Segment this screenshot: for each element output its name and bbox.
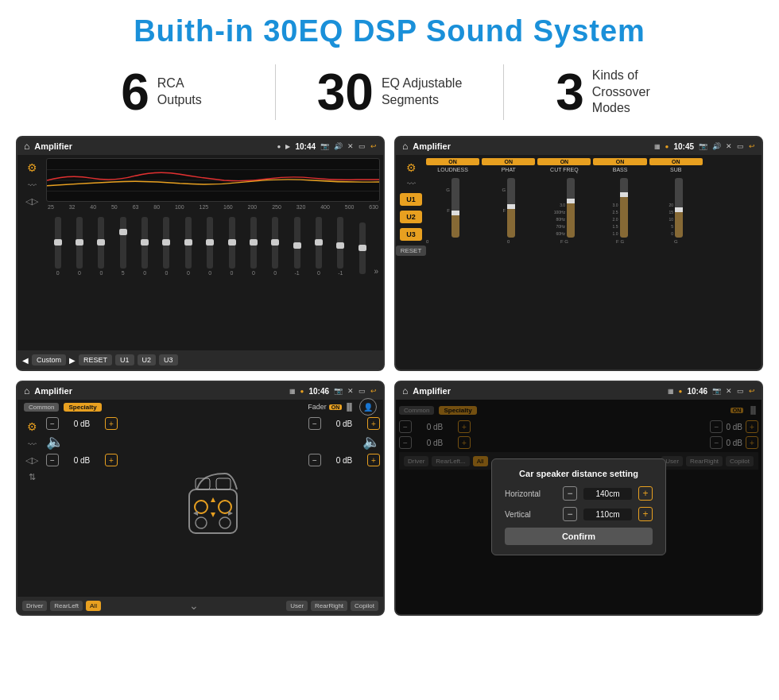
all-btn[interactable]: All <box>86 601 101 611</box>
back-icon-3[interactable]: ↩ <box>370 387 377 395</box>
stat-eq: 30 EQ AdjustableSegments <box>276 67 503 118</box>
svg-marker-11 <box>211 512 215 517</box>
freq-160: 160 <box>223 204 233 210</box>
home-icon-1[interactable]: ⌂ <box>24 141 29 152</box>
back-icon-2[interactable]: ↩ <box>749 142 755 150</box>
eq-tuner-icon[interactable]: ⚙ <box>27 161 37 174</box>
eq-slider-14[interactable]: -1 <box>331 217 351 276</box>
horizontal-minus-btn[interactable]: − <box>563 486 577 501</box>
bass-slider[interactable] <box>620 178 628 238</box>
driver-btn[interactable]: Driver <box>22 601 47 611</box>
eq-next-btn[interactable]: ▶ <box>69 356 76 365</box>
fader-minus-1[interactable]: − <box>46 417 59 430</box>
arrow-right-icon[interactable]: » <box>374 267 378 276</box>
amp-left-panel: ⚙ 〰 U1 U2 U3 RESET <box>399 158 423 366</box>
screens-grid: ⌂ Amplifier ● ▶ 10:44 📷 🔊 ✕ ▭ ↩ ⚙ 〰 ◁▷ <box>0 131 779 624</box>
sub-on-btn[interactable]: ON <box>649 158 703 165</box>
freq-125: 125 <box>199 204 208 210</box>
eq-main: 25 32 40 50 63 80 100 125 160 200 250 32… <box>46 158 380 347</box>
fader-content: ⚙ 〰 ◁▷ ⇅ − 0 dB + 🔈 <box>17 414 383 597</box>
eq-slider-3[interactable]: 0 <box>91 217 111 276</box>
fader-on-badge: ON <box>329 404 343 410</box>
phat-slider[interactable] <box>507 178 515 238</box>
eq-reset-btn[interactable]: RESET <box>79 354 112 365</box>
home-icon-4[interactable]: ⌂ <box>402 385 408 396</box>
eq-slider-8[interactable]: 0 <box>200 217 220 276</box>
fader-speaker-icon-row-2: 🔈 <box>308 433 380 451</box>
rearleft-btn[interactable]: RearLeft <box>50 601 83 611</box>
fader-arrows-icon[interactable]: ⇅ <box>29 472 36 482</box>
fader-plus-4[interactable]: + <box>367 454 380 466</box>
fader-plus-3[interactable]: + <box>367 417 380 430</box>
fader-tune-icon[interactable]: ⚙ <box>27 420 37 433</box>
eq-slider-12[interactable]: -1 <box>287 217 307 276</box>
eq-slider-4[interactable]: 5 <box>113 217 133 276</box>
amp-reset-btn[interactable]: RESET <box>396 246 427 256</box>
confirm-button[interactable]: Confirm <box>505 528 653 545</box>
eq-slider-9[interactable]: 0 <box>222 217 242 276</box>
fader-common-tab[interactable]: Common <box>24 403 59 412</box>
eq-scroll-arrows[interactable]: » <box>374 267 378 276</box>
sub-slider[interactable] <box>675 178 683 238</box>
close-icon-1: ✕ <box>347 142 354 150</box>
eq-u3-btn[interactable]: U3 <box>159 354 178 365</box>
home-icon-3[interactable]: ⌂ <box>24 385 29 396</box>
user-btn[interactable]: User <box>286 601 308 611</box>
cutfreq-slider[interactable] <box>567 178 575 238</box>
dot-icon-3: ● <box>300 388 304 395</box>
amp-u2-btn[interactable]: U2 <box>400 211 422 223</box>
down-chevron-icon[interactable]: ⌄ <box>189 599 199 612</box>
eq-sliders: 0 0 0 5 <box>46 212 380 276</box>
fader-minus-4[interactable]: − <box>308 454 321 466</box>
phat-on-btn[interactable]: ON <box>482 158 535 165</box>
home-icon-2[interactable]: ⌂ <box>402 141 408 152</box>
eq-prev-btn[interactable]: ◀ <box>22 356 29 365</box>
freq-50: 50 <box>111 204 118 210</box>
user-icon[interactable]: 👤 <box>359 398 377 416</box>
eq-slider-13[interactable]: 0 <box>308 217 328 276</box>
fader-plus-1[interactable]: + <box>105 417 118 430</box>
eq-wave-icon[interactable]: 〰 <box>28 180 37 190</box>
vertical-minus-btn[interactable]: − <box>563 507 577 521</box>
eq-vol-icon[interactable]: ◁▷ <box>25 196 38 207</box>
stats-row: 6 RCAOutputs 30 EQ AdjustableSegments 3 … <box>0 56 779 131</box>
eq-u1-btn[interactable]: U1 <box>115 354 134 365</box>
eq-slider-10[interactable]: 0 <box>243 217 263 276</box>
minimize-icon-3: ▭ <box>358 387 366 395</box>
eq-slider-1[interactable]: 0 <box>48 217 68 276</box>
back-icon-4[interactable]: ↩ <box>749 387 755 395</box>
fader-slider-icon[interactable]: ▐▌ <box>344 403 355 411</box>
eq-custom-btn[interactable]: Custom <box>32 354 66 365</box>
dot2-icon-2: ● <box>665 143 669 150</box>
amp-u1-btn[interactable]: U1 <box>400 193 422 206</box>
eq-slider-6[interactable]: 0 <box>157 217 176 276</box>
bass-on-btn[interactable]: ON <box>593 158 646 165</box>
eq-slider-11[interactable]: 0 <box>265 217 285 276</box>
rearright-btn[interactable]: RearRight <box>311 601 347 611</box>
fader-plus-2[interactable]: + <box>105 454 118 466</box>
amp-wave-icon[interactable]: 〰 <box>407 179 416 188</box>
status-time-2: 10:45 <box>673 142 694 151</box>
horizontal-value: 140cm <box>583 488 632 500</box>
horizontal-plus-btn[interactable]: + <box>638 486 653 501</box>
loudness-slider[interactable] <box>452 178 459 238</box>
fader-specialty-tab[interactable]: Specialty <box>64 403 101 412</box>
loudness-on-btn[interactable]: ON <box>426 158 479 165</box>
eq-u2-btn[interactable]: U2 <box>138 354 157 365</box>
eq-freq-labels: 25 32 40 50 63 80 100 125 160 200 250 32… <box>46 204 380 210</box>
fader-wave-icon[interactable]: 〰 <box>28 439 37 449</box>
eq-slider-2[interactable]: 0 <box>69 217 89 276</box>
back-icon-1[interactable]: ↩ <box>370 142 377 150</box>
eq-slider-15[interactable] <box>352 222 372 276</box>
fader-minus-3[interactable]: − <box>308 417 321 430</box>
eq-slider-5[interactable]: 0 <box>134 217 154 276</box>
fader-minus-2[interactable]: − <box>46 454 59 466</box>
vertical-plus-btn[interactable]: + <box>638 507 653 521</box>
cutfreq-on-btn[interactable]: ON <box>537 158 591 165</box>
amp-u3-btn[interactable]: U3 <box>400 228 422 241</box>
copilot-btn[interactable]: Copilot <box>351 601 378 611</box>
freq-400: 400 <box>320 204 330 210</box>
eq-slider-7[interactable]: 0 <box>178 217 198 276</box>
amp-tune-icon[interactable]: ⚙ <box>406 161 417 174</box>
fader-vol-icon[interactable]: ◁▷ <box>25 455 38 466</box>
